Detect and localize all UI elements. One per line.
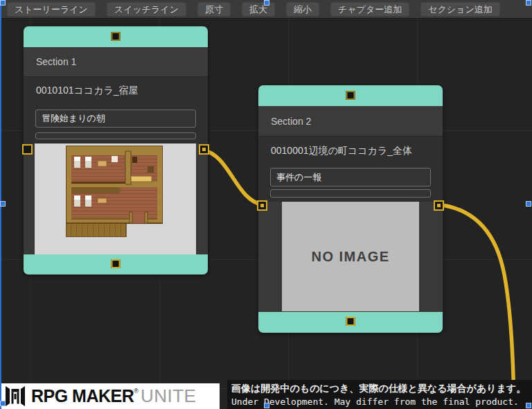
section2-output-port[interactable]: [346, 317, 355, 326]
section2-input-port[interactable]: [346, 91, 355, 100]
disclaimer-english: Under Development. May differ from the f…: [231, 397, 528, 407]
selection-handle-right-middle[interactable]: [526, 201, 531, 207]
switchline-button[interactable]: スイッチライン: [107, 2, 186, 17]
add-section-button[interactable]: セクション追加: [420, 2, 500, 17]
section1-left-port[interactable]: [22, 144, 33, 155]
section2-node[interactable]: Section 2 0010001辺境の町ココカラ_全体 事件の一報 NO IM…: [258, 85, 443, 333]
selection-handle-bottom-right[interactable]: [526, 403, 531, 408]
port-dot: [437, 204, 441, 207]
section2-memo2-input[interactable]: [270, 189, 431, 198]
section2-footer-bar: [258, 312, 443, 333]
zoom-in-button[interactable]: 拡大: [242, 2, 275, 17]
section1-map-name-row: 0010101ココカラ_宿屋: [24, 76, 208, 104]
section1-right-port[interactable]: [199, 144, 209, 155]
section1-memo-input[interactable]: 冒険始まりの朝: [35, 110, 196, 128]
section2-title: Section 2: [271, 116, 311, 127]
logo-product-text: UNITE: [141, 385, 197, 407]
no-image-label: NO IMAGE: [311, 249, 389, 265]
section1-title-row: Section 1: [24, 47, 208, 76]
port-dot: [260, 204, 264, 207]
section2-right-port[interactable]: [434, 200, 444, 211]
section1-memo-text: 冒険始まりの朝: [42, 112, 105, 125]
add-chapter-button[interactable]: チャプター追加: [330, 2, 409, 17]
registered-mark: ®: [134, 388, 139, 394]
storyline-editor-window: ストーリーライン スイッチライン 原寸 拡大 縮小 チャプター追加 セクション追…: [0, 0, 532, 409]
section1-map-thumbnail[interactable]: [35, 143, 196, 254]
actual-size-button[interactable]: 原寸: [197, 2, 231, 17]
section1-node[interactable]: Section 1 0010101ココカラ_宿屋 冒険始まりの朝: [24, 26, 208, 275]
selection-handle-top-center[interactable]: [264, 0, 269, 6]
section1-output-port[interactable]: [112, 259, 121, 268]
disclaimer-japanese: 画像は開発中のものにつき、実際の仕様と異なる場合があります。: [231, 383, 528, 395]
rpg-maker-unite-logo: RPG MAKER ® UNITE: [1, 383, 220, 409]
development-disclaimer: 画像は開発中のものにつき、実際の仕様と異なる場合があります。 Under Dev…: [227, 380, 532, 409]
selection-handle-top-right[interactable]: [526, 0, 531, 6]
section1-memo2-input[interactable]: [35, 132, 196, 139]
selection-handle-top-left[interactable]: [0, 0, 6, 6]
section2-map-thumbnail[interactable]: NO IMAGE: [282, 202, 419, 311]
section2-fields: 事件の一報: [258, 165, 443, 202]
section2-title-row: Section 2: [258, 106, 443, 136]
storyline-button[interactable]: ストーリーライン: [7, 2, 96, 17]
zoom-out-button[interactable]: 縮小: [286, 2, 319, 17]
inn-map-image: [66, 146, 163, 237]
section1-input-port[interactable]: [112, 32, 121, 41]
selection-handle-left-middle[interactable]: [0, 201, 6, 207]
section2-left-port[interactable]: [257, 200, 267, 211]
port-dot: [202, 148, 206, 151]
section2-memo-text: 事件の一報: [276, 171, 321, 184]
selection-handle-bottom-center[interactable]: [264, 403, 269, 408]
section1-header-bar: [24, 26, 208, 47]
section1-footer-bar: [24, 254, 208, 275]
section2-memo-input[interactable]: 事件の一報: [270, 168, 431, 186]
selection-handle-bottom-left[interactable]: [0, 401, 6, 406]
section2-map-name-row: 0010001辺境の町ココカラ_全体: [258, 136, 443, 165]
section1-map-name: 0010101ココカラ_宿屋: [36, 85, 139, 97]
logo-brand-text: RPG MAKER: [31, 386, 134, 406]
section2-header-bar: [258, 85, 443, 106]
section1-fields: 冒険始まりの朝: [24, 104, 208, 143]
section1-title: Section 1: [36, 56, 76, 67]
section2-map-name: 0010001辺境の町ココカラ_全体: [271, 145, 412, 157]
rpg-maker-emblem-icon: [4, 385, 26, 407]
